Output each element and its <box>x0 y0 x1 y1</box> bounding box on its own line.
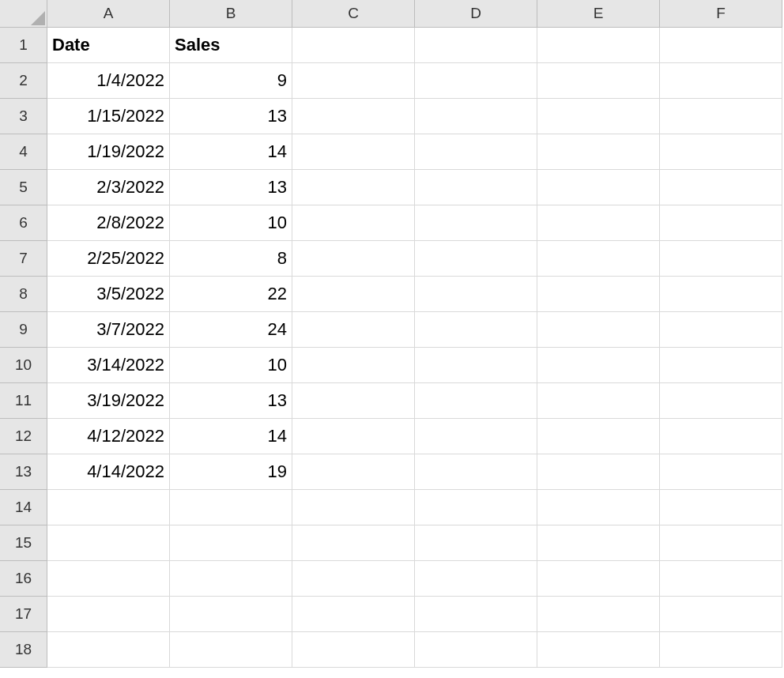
cell-c6[interactable] <box>292 205 415 241</box>
cell-b9[interactable]: 24 <box>170 312 292 348</box>
row-header-12[interactable]: 12 <box>0 419 47 454</box>
row-header-18[interactable]: 18 <box>0 632 47 668</box>
cell-c3[interactable] <box>292 99 415 134</box>
cell-e16[interactable] <box>537 561 660 597</box>
row-header-17[interactable]: 17 <box>0 597 47 632</box>
cell-d2[interactable] <box>415 63 537 99</box>
cell-f15[interactable] <box>660 525 782 561</box>
cell-a17[interactable] <box>47 597 170 632</box>
cell-d16[interactable] <box>415 561 537 597</box>
cell-b16[interactable] <box>170 561 292 597</box>
cell-d1[interactable] <box>415 28 537 63</box>
cell-c14[interactable] <box>292 490 415 525</box>
row-header-5[interactable]: 5 <box>0 170 47 205</box>
cell-a6[interactable]: 2/8/2022 <box>47 205 170 241</box>
cell-b6[interactable]: 10 <box>170 205 292 241</box>
cell-f7[interactable] <box>660 241 782 277</box>
cell-a4[interactable]: 1/19/2022 <box>47 134 170 170</box>
row-header-11[interactable]: 11 <box>0 383 47 419</box>
cell-d18[interactable] <box>415 632 537 668</box>
cell-a16[interactable] <box>47 561 170 597</box>
cell-b17[interactable] <box>170 597 292 632</box>
row-header-8[interactable]: 8 <box>0 277 47 312</box>
cell-b18[interactable] <box>170 632 292 668</box>
cell-c11[interactable] <box>292 383 415 419</box>
cell-b10[interactable]: 10 <box>170 348 292 383</box>
cell-e17[interactable] <box>537 597 660 632</box>
cell-c7[interactable] <box>292 241 415 277</box>
cell-e4[interactable] <box>537 134 660 170</box>
cell-a7[interactable]: 2/25/2022 <box>47 241 170 277</box>
select-all-corner[interactable] <box>0 0 47 28</box>
cell-c8[interactable] <box>292 277 415 312</box>
cell-f9[interactable] <box>660 312 782 348</box>
cell-f11[interactable] <box>660 383 782 419</box>
cell-e9[interactable] <box>537 312 660 348</box>
cell-d17[interactable] <box>415 597 537 632</box>
cell-d15[interactable] <box>415 525 537 561</box>
cell-d12[interactable] <box>415 419 537 454</box>
cell-b14[interactable] <box>170 490 292 525</box>
cell-f13[interactable] <box>660 454 782 490</box>
cell-d8[interactable] <box>415 277 537 312</box>
cell-b1[interactable]: Sales <box>170 28 292 63</box>
cell-c2[interactable] <box>292 63 415 99</box>
cell-c15[interactable] <box>292 525 415 561</box>
column-header-a[interactable]: A <box>47 0 170 28</box>
cell-a13[interactable]: 4/14/2022 <box>47 454 170 490</box>
cell-f10[interactable] <box>660 348 782 383</box>
cell-f17[interactable] <box>660 597 782 632</box>
cell-e10[interactable] <box>537 348 660 383</box>
cell-a8[interactable]: 3/5/2022 <box>47 277 170 312</box>
cell-d14[interactable] <box>415 490 537 525</box>
row-header-7[interactable]: 7 <box>0 241 47 277</box>
row-header-15[interactable]: 15 <box>0 525 47 561</box>
cell-e12[interactable] <box>537 419 660 454</box>
cell-e1[interactable] <box>537 28 660 63</box>
cell-f3[interactable] <box>660 99 782 134</box>
cell-c1[interactable] <box>292 28 415 63</box>
cell-e11[interactable] <box>537 383 660 419</box>
cell-c12[interactable] <box>292 419 415 454</box>
row-header-2[interactable]: 2 <box>0 63 47 99</box>
cell-a3[interactable]: 1/15/2022 <box>47 99 170 134</box>
cell-d5[interactable] <box>415 170 537 205</box>
cell-e5[interactable] <box>537 170 660 205</box>
cell-c17[interactable] <box>292 597 415 632</box>
row-header-10[interactable]: 10 <box>0 348 47 383</box>
cell-b5[interactable]: 13 <box>170 170 292 205</box>
cell-f12[interactable] <box>660 419 782 454</box>
row-header-14[interactable]: 14 <box>0 490 47 525</box>
column-header-c[interactable]: C <box>292 0 415 28</box>
row-header-4[interactable]: 4 <box>0 134 47 170</box>
cell-b4[interactable]: 14 <box>170 134 292 170</box>
row-header-3[interactable]: 3 <box>0 99 47 134</box>
cell-b12[interactable]: 14 <box>170 419 292 454</box>
cell-e15[interactable] <box>537 525 660 561</box>
cell-e8[interactable] <box>537 277 660 312</box>
cell-d6[interactable] <box>415 205 537 241</box>
cell-c10[interactable] <box>292 348 415 383</box>
cell-a11[interactable]: 3/19/2022 <box>47 383 170 419</box>
column-header-d[interactable]: D <box>415 0 537 28</box>
row-header-6[interactable]: 6 <box>0 205 47 241</box>
cell-a18[interactable] <box>47 632 170 668</box>
cell-d7[interactable] <box>415 241 537 277</box>
cell-d10[interactable] <box>415 348 537 383</box>
cell-c4[interactable] <box>292 134 415 170</box>
column-header-b[interactable]: B <box>170 0 292 28</box>
column-header-f[interactable]: F <box>660 0 782 28</box>
cell-f1[interactable] <box>660 28 782 63</box>
cell-c16[interactable] <box>292 561 415 597</box>
cell-a12[interactable]: 4/12/2022 <box>47 419 170 454</box>
cell-d4[interactable] <box>415 134 537 170</box>
cell-b11[interactable]: 13 <box>170 383 292 419</box>
cell-f16[interactable] <box>660 561 782 597</box>
cell-f4[interactable] <box>660 134 782 170</box>
cell-e2[interactable] <box>537 63 660 99</box>
cell-f14[interactable] <box>660 490 782 525</box>
cell-f6[interactable] <box>660 205 782 241</box>
cell-b8[interactable]: 22 <box>170 277 292 312</box>
cell-b7[interactable]: 8 <box>170 241 292 277</box>
cell-b15[interactable] <box>170 525 292 561</box>
